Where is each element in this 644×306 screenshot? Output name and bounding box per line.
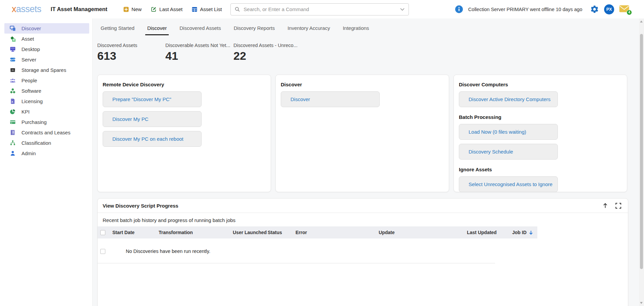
last-asset-button[interactable]: Last Asset: [151, 6, 182, 12]
column-header-error[interactable]: Error: [296, 230, 379, 235]
server-status-message: Collection Server PRIMARY went offline 1…: [468, 7, 582, 12]
sidebar-item-label: Asset: [21, 36, 34, 42]
new-button-label: New: [131, 6, 142, 12]
section-title: Discover Computers: [459, 82, 622, 87]
card-remote-device-discovery: Remote Device Discovery Prepare "Discove…: [97, 75, 271, 192]
sidebar-item-licensing[interactable]: Licensing: [4, 96, 89, 106]
search-input[interactable]: [243, 6, 397, 12]
sidebar-item-label: Server: [21, 57, 36, 62]
search-box[interactable]: [230, 3, 409, 15]
settings-gear-icon[interactable]: [590, 5, 599, 14]
sidebar-item-label: Discover: [21, 26, 41, 31]
sidebar-item-storage-and-spares[interactable]: Storage and Spares: [4, 65, 89, 75]
edit-icon: [151, 6, 157, 12]
tab-getting-started[interactable]: Getting Started: [99, 23, 137, 35]
row-divider: [98, 263, 495, 263]
sidebar-item-discover[interactable]: Discover: [4, 23, 89, 34]
column-header-status[interactable]: Status: [268, 230, 296, 235]
sort-descending-icon: [529, 230, 533, 235]
stat-label: Discovered Assets: [97, 43, 165, 48]
admin-person-icon: [10, 150, 16, 156]
topbar: xassets IT Asset Management New Last Ass…: [0, 0, 644, 18]
sidebar-item-kpi[interactable]: KPI: [4, 106, 89, 117]
unread-count-badge: 4: [627, 10, 632, 15]
card-discover-computers: Discover Computers Discover Active Direc…: [453, 75, 627, 192]
stat-discovered-assets-unrecognised: Discovered Assets - Unreco... 22: [233, 43, 302, 62]
column-header-transformation[interactable]: Transformation: [159, 230, 233, 235]
tab-bar: Getting Started Discover Discovered Asse…: [99, 23, 644, 35]
kpi-pie-chart-icon: [10, 109, 16, 115]
plus-icon: [123, 7, 129, 12]
page-title: IT Asset Management: [51, 6, 107, 12]
sidebar-item-admin[interactable]: Admin: [4, 148, 89, 159]
sidebar: Discover Asset Desktop Server Storage an…: [0, 18, 93, 306]
tab-inventory-accuracy[interactable]: Inventory Accuracy: [285, 23, 332, 35]
search-icon: [235, 7, 240, 12]
column-header-update[interactable]: Update: [379, 230, 467, 235]
classification-tree-icon: [10, 140, 16, 146]
tab-integrations[interactable]: Integrations: [341, 23, 371, 35]
stat-value: 41: [165, 50, 233, 62]
app-logo[interactable]: xassets: [12, 5, 41, 14]
sidebar-item-label: Classification: [21, 140, 51, 146]
sidebar-item-contracts-and-leases[interactable]: Contracts and Leases: [4, 127, 89, 138]
stat-discovered-assets: Discovered Assets 613: [97, 43, 165, 62]
select-all-checkbox[interactable]: [100, 230, 105, 235]
people-icon: [10, 78, 16, 83]
empty-message: No Discoveries have been run recently.: [126, 249, 210, 254]
messages-button[interactable]: 4: [619, 5, 630, 14]
chevron-down-icon[interactable]: [400, 8, 405, 11]
column-header-start-date[interactable]: Start Date: [112, 230, 159, 235]
sidebar-item-purchasing[interactable]: Purchasing: [4, 117, 89, 127]
sidebar-item-desktop[interactable]: Desktop: [4, 44, 89, 54]
discovery-progress-panel: View Discovery Script Progress Recent ba…: [97, 198, 628, 306]
section-title: Batch Processing: [459, 114, 622, 120]
sidebar-item-classification[interactable]: Classification: [4, 138, 89, 148]
logo-x: x: [12, 4, 16, 14]
prepare-discover-my-pc-button[interactable]: Prepare "Discover My PC": [103, 91, 202, 107]
discover-my-pc-button[interactable]: Discover My PC: [103, 111, 202, 127]
collapse-up-arrow-icon[interactable]: [602, 203, 608, 209]
sidebar-item-label: Software: [21, 88, 41, 94]
sidebar-item-label: Admin: [21, 150, 36, 156]
load-now-button[interactable]: Load Now (0 files waiting): [459, 124, 558, 140]
tab-discovery-reports[interactable]: Discovery Reports: [232, 23, 277, 35]
last-asset-button-label: Last Asset: [159, 6, 182, 12]
asset-list-button[interactable]: Asset List: [192, 6, 222, 12]
column-header-user-launched[interactable]: User Launched: [233, 230, 268, 235]
new-button[interactable]: New: [123, 6, 142, 12]
discover-active-directory-computers-button[interactable]: Discover Active Directory Computers: [459, 91, 558, 107]
scrollbar-down-arrow[interactable]: [640, 302, 643, 304]
topbar-actions: New Last Asset Asset List: [123, 6, 222, 12]
info-icon[interactable]: [455, 5, 463, 13]
column-header-last-updated[interactable]: Last Updated: [467, 230, 512, 235]
sidebar-item-people[interactable]: People: [4, 75, 89, 86]
sidebar-item-label: Contracts and Leases: [21, 130, 70, 135]
discover-button[interactable]: Discover: [281, 91, 380, 107]
panel-header: View Discovery Script Progress: [98, 199, 628, 213]
discovery-schedule-button[interactable]: Discovery Schedule: [459, 144, 558, 160]
stat-label: Discovered Assets - Unreco...: [233, 43, 302, 48]
tab-discover[interactable]: Discover: [145, 23, 169, 35]
tab-discovered-assets[interactable]: Discovered Assets: [177, 23, 223, 35]
select-unrecognised-assets-button[interactable]: Select Unrecognised Assets to Ignore: [459, 176, 558, 192]
avatar[interactable]: PX: [604, 4, 614, 14]
discover-my-pc-on-reboot-button[interactable]: Discover My PC on each reboot: [103, 131, 202, 147]
sidebar-item-label: People: [21, 78, 37, 83]
column-header-job-id[interactable]: Job ID: [512, 230, 537, 235]
sidebar-item-asset[interactable]: Asset: [4, 34, 89, 44]
cards-row: Remote Device Discovery Prepare "Discove…: [97, 75, 644, 192]
vertical-scrollbar[interactable]: [639, 18, 644, 306]
row-checkbox[interactable]: [100, 249, 105, 254]
sidebar-item-software[interactable]: Software: [4, 86, 89, 96]
stats-row: Discovered Assets 613 Discoverable Asset…: [97, 43, 644, 62]
sidebar-item-server[interactable]: Server: [4, 54, 89, 65]
card-title: Remote Device Discovery: [103, 82, 266, 87]
panel-subtitle: Recent batch job history and progress of…: [98, 213, 628, 226]
scrollbar-up-arrow[interactable]: [640, 20, 643, 23]
scrollbar-thumb[interactable]: [640, 34, 643, 269]
software-cubes-icon: [10, 88, 16, 94]
sidebar-item-label: Desktop: [21, 46, 40, 52]
fullscreen-icon[interactable]: [615, 203, 621, 209]
panel-title: View Discovery Script Progress: [103, 203, 178, 209]
